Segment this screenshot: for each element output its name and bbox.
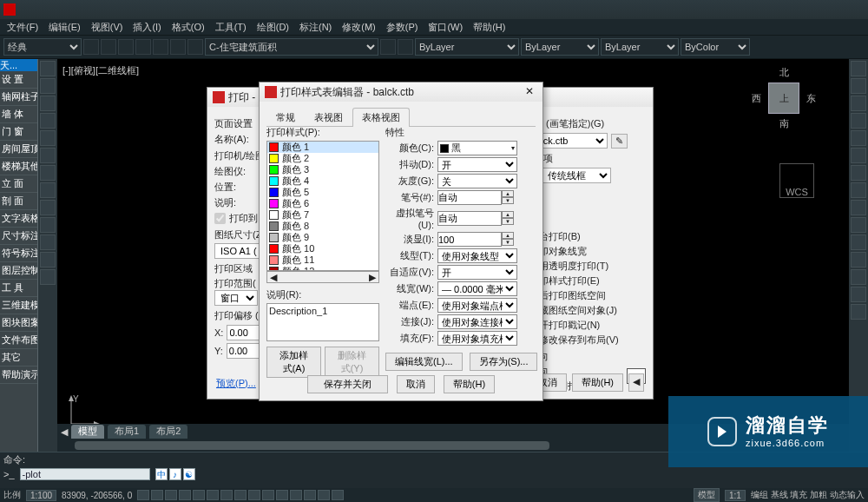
status-toggle[interactable] (304, 490, 316, 500)
modify-icon[interactable] (851, 61, 866, 76)
modify-icon[interactable] (851, 165, 866, 181)
toolbar-icon[interactable] (83, 39, 99, 55)
spin-down[interactable]: ▼ (502, 197, 514, 204)
panel-item[interactable]: 其它 (0, 349, 37, 367)
dither-combo[interactable]: 开 (437, 157, 517, 172)
status-toggle[interactable] (262, 490, 274, 500)
menu-draw[interactable]: 绘图(D) (253, 21, 293, 34)
toolbar-icon[interactable] (118, 39, 134, 55)
modify-icon[interactable] (851, 252, 866, 268)
menu-edit[interactable]: 编辑(E) (45, 21, 84, 34)
spin-down[interactable]: ▼ (502, 218, 514, 225)
toolbar-icon[interactable] (135, 39, 151, 55)
modify-icon[interactable] (851, 182, 866, 198)
menu-file[interactable]: 文件(F) (3, 21, 42, 34)
draw-icon[interactable] (40, 234, 56, 250)
status-toggle[interactable] (248, 490, 260, 500)
color-combo[interactable]: ByLayer (415, 38, 519, 56)
vpen-input[interactable] (437, 211, 502, 226)
panel-item[interactable]: 楼梯其他 (0, 158, 37, 175)
shadeplot-combo[interactable]: 传统线框 (542, 168, 611, 183)
layer-combo[interactable]: C-住宅建筑面积 (205, 38, 378, 56)
draw-icon[interactable] (40, 148, 56, 163)
plotstyle-combo[interactable]: ByColor (681, 38, 750, 56)
panel-item[interactable]: 文字表格 (0, 210, 37, 228)
panel-item[interactable]: 三维建模 (0, 297, 37, 314)
toolbar-icon[interactable] (398, 39, 413, 55)
lineweight-combo[interactable]: ByLayer (601, 38, 679, 56)
style-table-edit-button[interactable]: ✎ (611, 134, 628, 149)
menu-insert[interactable]: 插入(I) (129, 21, 164, 34)
gray-combo[interactable]: 关 (437, 174, 517, 188)
tab-tableview[interactable]: 表视图 (305, 108, 352, 127)
status-toggle[interactable] (207, 490, 219, 500)
panel-item[interactable]: 门 窗 (0, 123, 37, 141)
ann-scale[interactable]: 1:1 (725, 490, 746, 501)
panel-item[interactable]: 图块图案 (0, 314, 37, 332)
status-toggle[interactable] (151, 490, 163, 500)
color-combo[interactable]: 黑▾ (437, 141, 517, 155)
ltype-combo[interactable]: 使用对象线型 (437, 248, 517, 263)
toolbar-icon[interactable] (153, 39, 168, 55)
help-button[interactable]: 帮助(H) (444, 375, 495, 393)
modify-icon[interactable] (851, 217, 866, 233)
plot-expand-button[interactable]: ◀ (628, 373, 644, 392)
menu-help[interactable]: 帮助(H) (470, 21, 509, 34)
draw-icon[interactable] (40, 165, 56, 181)
status-toggle[interactable] (332, 490, 344, 500)
plot-help-button[interactable]: 帮助(H) (572, 373, 623, 392)
status-toggle[interactable] (290, 490, 302, 500)
panel-item[interactable]: 轴网柱子 (0, 89, 37, 106)
draw-icon[interactable] (40, 200, 56, 215)
style-listbox[interactable]: 颜色 1颜色 2颜色 3颜色 4颜色 5颜色 6颜色 7颜色 8颜色 9颜色 1… (266, 141, 379, 271)
modify-icon[interactable] (851, 130, 866, 146)
pen-input[interactable] (437, 190, 502, 205)
toolbar-icon[interactable] (101, 39, 116, 55)
spin-up[interactable]: ▲ (502, 232, 514, 239)
viewport-label[interactable]: [-][俯视][二维线框] (62, 64, 139, 77)
draw-icon[interactable] (40, 182, 56, 198)
draw-icon[interactable] (40, 61, 56, 76)
draw-icon[interactable] (40, 217, 56, 233)
area-combo[interactable]: 窗口 (214, 290, 258, 306)
status-toggle[interactable] (318, 490, 330, 500)
screen-input[interactable] (437, 232, 502, 247)
save-close-button[interactable]: 保存并关闭 (307, 375, 388, 393)
spin-up[interactable]: ▲ (502, 211, 514, 218)
panel-item[interactable]: 房间屋顶 (0, 141, 37, 158)
draw-icon[interactable] (40, 252, 56, 268)
modify-icon[interactable] (851, 234, 866, 250)
status-toggle[interactable] (165, 490, 177, 500)
panel-item[interactable]: 文件布图 (0, 332, 37, 349)
menu-window[interactable]: 窗口(W) (424, 21, 466, 34)
tab-layout2[interactable]: 布局2 (149, 425, 187, 439)
panel-item[interactable]: 工 具 (0, 280, 37, 297)
draw-icon[interactable] (40, 269, 56, 285)
panel-item[interactable]: 立 面 (0, 175, 37, 193)
status-toggle[interactable] (276, 490, 288, 500)
end-combo[interactable]: 使用对象端点样式 (437, 298, 517, 313)
fill-combo[interactable]: 使用对象填充样式 (437, 331, 517, 346)
ime-indicator[interactable]: 中♪☯ (155, 468, 195, 480)
tab-nav-left[interactable]: ◀ (61, 426, 68, 438)
menu-view[interactable]: 视图(V) (88, 21, 127, 34)
status-toggle[interactable] (193, 490, 205, 500)
toolbar-icon[interactable] (187, 39, 203, 55)
modify-icon[interactable] (851, 287, 866, 302)
draw-icon[interactable] (40, 130, 56, 146)
modify-icon[interactable] (851, 148, 866, 163)
draw-icon[interactable] (40, 78, 56, 94)
toolbar-icon[interactable] (170, 39, 186, 55)
modify-icon[interactable] (851, 200, 866, 215)
spin-down[interactable]: ▼ (502, 239, 514, 246)
menu-tools[interactable]: 工具(T) (212, 21, 250, 34)
panel-item[interactable]: 帮助演示 (0, 367, 37, 384)
tab-formview[interactable]: 表格视图 (352, 108, 410, 127)
panel-item[interactable]: 设 置 (0, 71, 37, 89)
style-description[interactable]: Description_1 (266, 303, 379, 341)
spin-up[interactable]: ▲ (502, 190, 514, 197)
menu-param[interactable]: 参数(P) (383, 21, 422, 34)
workspace-combo[interactable]: 经典 (3, 38, 82, 56)
draw-icon[interactable] (40, 96, 56, 111)
panel-item[interactable]: 图层控制 (0, 262, 37, 280)
